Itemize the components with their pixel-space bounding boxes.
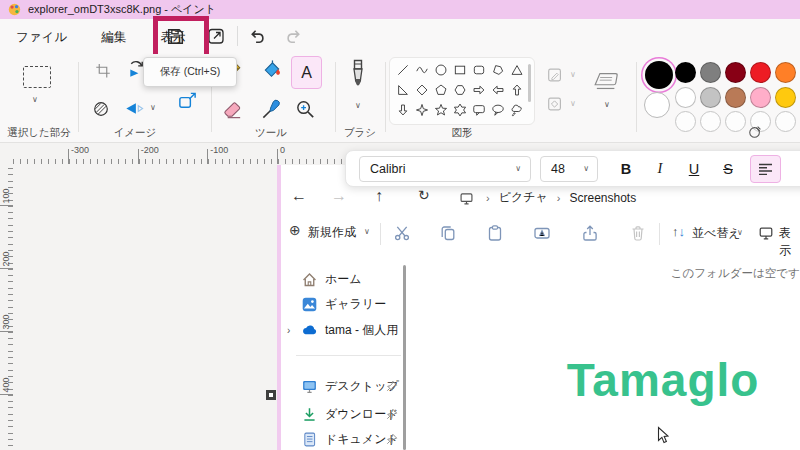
shape-rectangle-icon[interactable] [450,60,469,80]
shape-callout-oval-icon[interactable] [488,100,507,120]
palette-color-swatch[interactable] [700,87,721,108]
shape-star-6-icon[interactable] [450,100,469,120]
flip-button[interactable] [123,99,144,120]
canvas-resize-handle[interactable] [266,390,276,400]
align-left-button[interactable] [750,155,781,183]
sidebar-item-4: ダウンロード [301,404,398,424]
palette-color-swatch[interactable] [750,62,771,83]
shape-arrow-up-icon[interactable] [507,80,526,100]
resize-image-button[interactable] [177,90,198,111]
shape-callout-rounded-icon[interactable] [469,100,488,120]
shapes-group-label: 図形 [422,126,502,140]
brushes-chevron-icon[interactable]: ∨ [355,102,361,110]
shape-callout-cloud-icon[interactable] [507,100,526,120]
select-chevron-icon[interactable]: ∨ [32,96,38,104]
palette-color-swatch[interactable] [775,87,796,108]
breadcrumb: ›ピクチャ›Screenshots [486,189,636,206]
menu-item-0[interactable]: ファイル [12,27,71,48]
h-ruler-label: 0 [280,145,285,155]
this-pc-icon [459,191,474,206]
up-icon: ↑ [375,187,383,205]
selection-group-label: 選択した部分 [0,126,78,140]
select-tool-button[interactable] [23,66,51,88]
shape-polygon-icon[interactable] [488,60,507,80]
save-tooltip-text: 保存 (Ctrl+S) [160,65,220,79]
new-icon: ⊕ [289,222,301,238]
shape-fill-button[interactable] [546,95,564,113]
palette-color-swatch[interactable] [725,87,746,108]
palette-empty-slot[interactable] [675,111,696,132]
sidebar-item-0: ホーム [301,269,362,289]
palette-color-swatch[interactable] [750,87,771,108]
font-size-select[interactable]: 48 ∨ [540,156,598,182]
layers-button[interactable] [592,70,622,94]
onedrive-icon [301,322,318,339]
shape-ellipse-icon[interactable] [431,60,450,80]
align-center-button[interactable] [792,155,800,181]
palette-color-swatch[interactable] [700,62,721,83]
title-bar: explorer_omDT3xsc8K.png - ペイント [0,0,800,19]
palette-color-swatch[interactable] [675,87,696,108]
paint-canvas[interactable]: ← → ↑ ↻ ›ピクチャ›Screenshots ⊕ 新規作成 ∨ ↑↓ 並べ… [281,165,800,450]
shape-outline-button[interactable] [546,66,564,84]
shape-diamond-icon[interactable] [412,80,431,100]
outline-chevron-icon[interactable]: ∨ [570,71,576,79]
font-family-select[interactable]: Calibri ∨ [359,156,531,182]
strikethrough-button[interactable]: S [716,156,740,181]
menu-item-1[interactable]: 編集 [97,27,130,48]
shape-line-icon[interactable] [393,60,412,80]
primary-color-swatch[interactable] [645,61,673,89]
shape-arrow-left-icon[interactable] [488,80,507,100]
shape-lightning-icon[interactable] [412,120,431,125]
shape-rounded-rectangle-icon[interactable] [469,60,488,80]
bold-button[interactable]: B [614,156,638,181]
eyedropper-tool-button[interactable] [260,98,283,121]
crop-button[interactable] [94,62,112,80]
sidebar-item-label: tama - 個人用 [325,322,398,339]
edit-colors-button[interactable] [748,125,762,139]
italic-button[interactable]: I [648,156,672,181]
sidebar-item-3: デスクトップ [301,376,399,396]
shape-star-5-icon[interactable] [431,100,450,120]
secondary-color-swatch[interactable] [644,92,670,118]
shapes-scrollbar[interactable] [528,64,531,102]
palette-color-swatch[interactable] [675,62,696,83]
shape-hexagon-icon[interactable] [450,80,469,100]
copy-icon [439,224,457,242]
shape-pentagon-icon[interactable] [431,80,450,100]
palette-empty-slot[interactable] [775,111,796,132]
fill-bucket-tool-button[interactable] [260,59,283,82]
shape-arrow-right-icon[interactable] [469,80,488,100]
layers-chevron-icon[interactable]: ∨ [604,101,610,109]
shape-heart-icon[interactable] [393,120,412,125]
brushes-button[interactable] [345,58,371,98]
canvas-edge-line [277,165,281,450]
text-tool-button[interactable]: A [291,56,322,89]
shape-star-4-icon[interactable] [412,100,431,120]
forward-icon: → [331,187,347,205]
shape-curve-icon[interactable] [412,60,431,80]
delete-icon [629,224,647,242]
fill-chevron-icon[interactable]: ∨ [570,100,576,108]
palette-color-swatch[interactable] [775,62,796,83]
cut-icon [393,224,411,242]
background-removal-button[interactable] [92,100,110,118]
undo-button[interactable] [248,27,267,46]
share-button[interactable] [206,26,226,46]
underline-button[interactable]: U [682,156,706,181]
shape-triangle-icon[interactable] [507,60,526,80]
eraser-tool-button[interactable] [221,98,244,121]
shape-arrow-down-icon[interactable] [393,100,412,120]
palette-color-swatch[interactable] [725,62,746,83]
sidebar-item-2: ›tama - 個人用 [301,320,398,340]
breadcrumb-item-1: Screenshots [569,191,636,205]
refresh-icon: ↻ [418,187,430,203]
magnifier-tool-button[interactable] [294,98,317,121]
sidebar-item-label: ホーム [325,271,362,288]
shape-right-triangle-icon[interactable] [393,80,412,100]
v-ruler-label: 400 [1,375,11,395]
flip-chevron-icon[interactable]: ∨ [150,104,156,112]
redo-button[interactable] [284,27,303,46]
palette-empty-slot[interactable] [725,111,746,132]
palette-empty-slot[interactable] [700,111,721,132]
